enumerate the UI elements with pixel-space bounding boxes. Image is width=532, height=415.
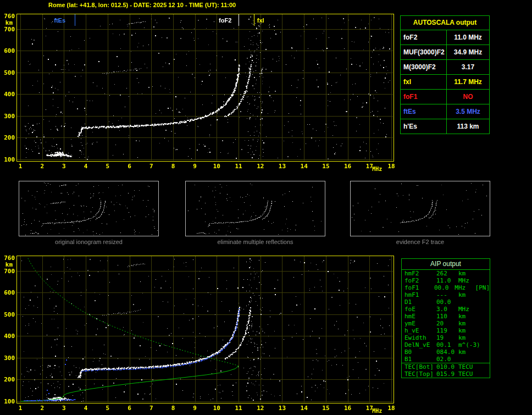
aip-param-unit: MHz	[452, 284, 475, 291]
aip-param-name: hmF2	[404, 270, 436, 277]
autoscala-row-label: ftEs	[401, 104, 447, 119]
autoscala-row: ftEs 3.5 MHz	[401, 104, 489, 119]
aip-param-value: 19	[436, 334, 456, 341]
aip-param-unit: km	[456, 313, 480, 320]
thumbnail-evidence-f2-trace	[350, 181, 490, 236]
aip-param-note	[480, 291, 490, 298]
aip-param-value: 084.0	[436, 348, 456, 356]
autoscala-row-value: NO	[447, 90, 489, 104]
aip-param-name: foF1	[404, 284, 434, 291]
aip-param-name: hmF1	[404, 291, 436, 298]
aip-param-name: TEC[Bot]	[404, 363, 436, 370]
page-title: Rome (lat: +41.8, lon: 012.5) - DATE: 20…	[48, 2, 236, 8]
autoscala-row: fxI 11.7 MHz	[401, 74, 489, 89]
aip-row: D100.0	[402, 298, 490, 306]
aip-param-note	[480, 270, 490, 277]
aip-row: h_vE119km	[402, 327, 490, 334]
aip-panel: AIP output hmF2262km foF211.0MHz foF100.…	[401, 258, 490, 378]
aip-row: B102.0	[402, 356, 490, 363]
autoscala-row: foF1 NO	[401, 89, 489, 104]
aip-param-note	[480, 334, 490, 341]
aip-param-name: TEC[Top]	[404, 370, 436, 378]
autoscala-row: h'Es 113 km	[401, 119, 489, 134]
autoscala-panel: AUTOSCALA output foF2 11.0 MHz MUF(3000)…	[400, 15, 490, 134]
aip-param-value: 119	[436, 327, 456, 334]
aip-param-unit	[456, 356, 480, 363]
autoscala-row-label: MUF(3000)F2	[401, 45, 447, 59]
aip-param-unit: MHz	[456, 306, 480, 313]
thumbnail-caption-reflections: eliminate multiple reflections	[186, 239, 325, 245]
thumbnail-caption-original: original ionogram resized	[19, 239, 158, 245]
aip-param-value: 00.0	[434, 284, 452, 291]
aip-param-unit: TECU	[456, 363, 480, 370]
aip-param-unit: km	[456, 320, 480, 327]
aip-row: DelN_vE00.1m^(-3)	[402, 341, 490, 348]
aip-row: B0084.0km	[402, 348, 490, 356]
autoscala-row-label: foF1	[401, 90, 447, 104]
aip-param-note	[480, 298, 490, 306]
aip-row-tec-top: TEC[Top]015.9TECU	[402, 370, 490, 378]
thumbnail-caption-f2trace: evidence F2 trace	[351, 239, 490, 245]
aip-header: AIP output	[402, 259, 490, 270]
aip-param-value: 3.0	[436, 306, 456, 313]
aip-param-unit: km	[456, 327, 480, 334]
aip-param-name: foE	[404, 306, 436, 313]
aip-param-unit: km	[456, 334, 480, 341]
aip-param-value: 00.0	[436, 298, 456, 306]
aip-row: Ewidth19km	[402, 334, 490, 341]
aip-param-name: h_vE	[404, 327, 436, 334]
aip-row-tec-bot: TEC[Bot]010.0TECU	[402, 363, 490, 370]
ftEs-marker-label: ftEs	[54, 17, 65, 24]
aip-param-note: [PN]	[475, 284, 490, 291]
aip-param-note	[480, 320, 490, 327]
aip-row: hmF2262km	[402, 270, 490, 277]
autoscala-row-value: 3.17	[447, 60, 489, 74]
aip-param-unit: km	[456, 291, 480, 298]
autoscala-row-value: 11.7 MHz	[447, 75, 489, 89]
aip-param-name: B0	[404, 348, 436, 356]
autoscala-header: AUTOSCALA output	[401, 16, 489, 30]
aip-param-name: Ewidth	[404, 334, 436, 341]
aip-param-value: 11.0	[436, 277, 456, 284]
aip-param-name: foF2	[404, 277, 436, 284]
aip-param-unit: MHz	[456, 277, 480, 284]
thumbnail-eliminate-reflections	[185, 181, 325, 236]
aip-param-note	[480, 348, 490, 356]
aip-param-note	[480, 363, 490, 370]
fxI-marker-label: fxI	[257, 17, 264, 24]
aip-param-value: 02.0	[436, 356, 456, 363]
top-ionogram-plot	[16, 14, 394, 161]
aip-row: foF100.0MHz[PN]	[402, 284, 490, 291]
aip-param-name: ymE	[404, 320, 436, 327]
aip-param-value: 262	[436, 270, 456, 277]
autoscala-row-value: 3.5 MHz	[447, 104, 489, 119]
aip-param-note	[480, 370, 490, 378]
aip-param-value: 110	[436, 313, 456, 320]
aip-row: hmE110km	[402, 313, 490, 320]
bottom-ionogram-plot	[16, 256, 394, 403]
aip-param-name: DelN_vE	[404, 341, 436, 348]
aip-param-name: hmE	[404, 313, 436, 320]
autoscala-row: foF2 11.0 MHz	[401, 30, 489, 45]
autoscala-row-label: foF2	[401, 30, 447, 45]
thumbnail-original-ionogram	[19, 181, 159, 236]
aip-param-value: 00.1	[436, 341, 456, 348]
aip-row: hmF1---km	[402, 291, 490, 298]
aip-param-unit: TECU	[456, 370, 480, 378]
aip-param-value: ---	[436, 291, 456, 298]
autoscala-row-value: 113 km	[447, 119, 489, 134]
autoscala-row-value: 11.0 MHz	[447, 30, 489, 45]
aip-param-note	[480, 327, 490, 334]
aip-param-note	[480, 313, 490, 320]
foF2-marker-label: foF2	[219, 17, 231, 24]
aip-param-value: 010.0	[436, 363, 456, 370]
aip-param-note	[480, 306, 490, 313]
aip-param-note	[480, 356, 490, 363]
aip-param-unit	[456, 298, 480, 306]
aip-row: ymE20km	[402, 320, 490, 327]
aip-param-value: 015.9	[436, 370, 456, 378]
aip-param-unit: km	[456, 270, 480, 277]
aip-param-unit: km	[456, 348, 480, 356]
autoscala-row-label: h'Es	[401, 119, 447, 134]
autoscala-row-value: 34.9 MHz	[447, 45, 489, 59]
